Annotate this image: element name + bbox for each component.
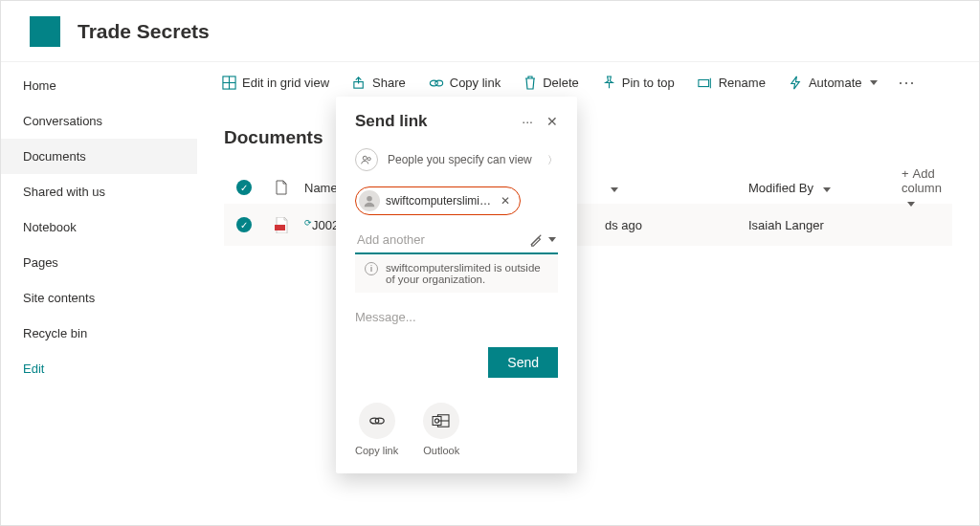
cell-modified-by: Isaiah Langer bbox=[748, 218, 902, 232]
cmd-share[interactable]: Share bbox=[343, 70, 415, 96]
command-bar: Edit in grid view Share Copy link bbox=[197, 62, 979, 104]
chevron-down-icon bbox=[907, 202, 915, 207]
message-input[interactable]: Message... bbox=[355, 310, 558, 324]
pdf-file-icon bbox=[264, 217, 299, 233]
add-recipient-input[interactable] bbox=[355, 227, 529, 252]
chevron-down-icon bbox=[548, 237, 556, 242]
share-icon bbox=[352, 76, 367, 90]
site-tile bbox=[30, 16, 60, 47]
permission-scope[interactable]: People you specify can view 〉 bbox=[355, 148, 558, 171]
nav-shared-with-us[interactable]: Shared with us bbox=[1, 174, 197, 209]
svg-point-10 bbox=[368, 158, 370, 161]
people-icon bbox=[355, 148, 378, 171]
chevron-down-icon bbox=[823, 187, 831, 192]
action-outlook[interactable]: Outlook bbox=[423, 403, 459, 456]
row-selected-icon[interactable]: ✓ bbox=[236, 217, 252, 232]
nav-edit-link[interactable]: Edit bbox=[1, 351, 197, 386]
info-icon: i bbox=[365, 262, 378, 275]
nav-home[interactable]: Home bbox=[1, 68, 197, 103]
person-icon bbox=[359, 190, 380, 211]
left-nav: Home Conversations Documents Shared with… bbox=[1, 62, 197, 525]
cmd-edit-grid-view-label: Edit in grid view bbox=[242, 76, 329, 90]
cmd-pin-label: Pin to top bbox=[622, 76, 675, 90]
send-button[interactable]: Send bbox=[488, 347, 558, 378]
cell-modified: ds ago bbox=[605, 218, 748, 232]
permission-scope-label: People you specify can view bbox=[388, 153, 532, 166]
action-outlook-label: Outlook bbox=[423, 445, 459, 456]
cmd-copy-link-label: Copy link bbox=[450, 76, 501, 90]
table-row[interactable]: ✓ ⟳J00231 ds ago Isaiah Langer bbox=[224, 204, 952, 246]
link-icon bbox=[429, 77, 444, 90]
chevron-down-icon bbox=[870, 80, 878, 85]
link-icon bbox=[359, 403, 395, 439]
col-type-icon bbox=[264, 180, 299, 195]
cmd-share-label: Share bbox=[372, 76, 406, 90]
action-copy-link-label: Copy link bbox=[355, 445, 398, 456]
cmd-automate[interactable]: Automate bbox=[779, 70, 887, 96]
nav-pages[interactable]: Pages bbox=[1, 245, 197, 280]
trash-icon bbox=[523, 76, 537, 90]
outlook-icon bbox=[423, 403, 459, 439]
svg-point-14 bbox=[375, 418, 384, 424]
automate-icon bbox=[789, 76, 803, 90]
cmd-rename[interactable]: Rename bbox=[688, 70, 775, 96]
cmd-automate-label: Automate bbox=[809, 76, 862, 90]
svg-point-11 bbox=[367, 196, 372, 202]
recipient-pill[interactable]: swiftcomputerslimi… ✕ bbox=[355, 186, 521, 215]
recipient-name: swiftcomputerslimi… bbox=[386, 194, 491, 208]
list-header: ✓ Name Modified By +Add column bbox=[224, 171, 952, 204]
action-copy-link[interactable]: Copy link bbox=[355, 403, 398, 456]
new-badge: ⟳ bbox=[304, 218, 312, 228]
col-add-column[interactable]: +Add column bbox=[902, 166, 952, 209]
send-link-dialog: Send link ··· ✕ People you specify can v… bbox=[336, 97, 577, 473]
pin-icon bbox=[602, 76, 616, 90]
cmd-copy-link[interactable]: Copy link bbox=[419, 70, 510, 96]
cmd-edit-grid-view[interactable]: Edit in grid view bbox=[212, 70, 339, 96]
rename-icon bbox=[698, 77, 713, 90]
external-warning-text: swiftcomputerslimited is outside of your… bbox=[386, 262, 548, 285]
remove-recipient[interactable]: ✕ bbox=[497, 194, 514, 208]
cmd-rename-label: Rename bbox=[719, 76, 766, 90]
pencil-off-icon bbox=[529, 233, 543, 247]
svg-rect-6 bbox=[699, 79, 709, 86]
cmd-delete-label: Delete bbox=[543, 76, 579, 90]
grid-icon bbox=[222, 76, 236, 90]
chevron-down-icon bbox=[611, 187, 618, 192]
library-title: Documents bbox=[224, 127, 952, 148]
site-title: Trade Secrets bbox=[78, 20, 210, 43]
cmd-more[interactable]: ··· bbox=[891, 73, 924, 93]
dialog-more[interactable]: ··· bbox=[522, 114, 533, 129]
cmd-pin-to-top[interactable]: Pin to top bbox=[592, 70, 684, 96]
chevron-right-icon: 〉 bbox=[547, 153, 558, 167]
col-modified-by[interactable]: Modified By bbox=[748, 181, 902, 195]
recipient-permission-picker[interactable] bbox=[529, 233, 558, 247]
nav-documents[interactable]: Documents bbox=[1, 139, 197, 174]
dialog-title: Send link bbox=[355, 112, 428, 131]
external-warning: i swiftcomputerslimited is outside of yo… bbox=[355, 254, 558, 293]
col-modified[interactable] bbox=[605, 181, 748, 195]
site-header: Trade Secrets bbox=[1, 1, 979, 62]
cmd-delete[interactable]: Delete bbox=[514, 70, 589, 96]
dialog-close[interactable]: ✕ bbox=[546, 114, 558, 129]
nav-notebook[interactable]: Notebook bbox=[1, 209, 197, 245]
svg-rect-8 bbox=[275, 225, 285, 230]
svg-point-5 bbox=[434, 80, 442, 86]
nav-recycle-bin[interactable]: Recycle bin bbox=[1, 316, 197, 351]
nav-conversations[interactable]: Conversations bbox=[1, 103, 197, 139]
nav-site-contents[interactable]: Site contents bbox=[1, 280, 197, 316]
select-all[interactable]: ✓ bbox=[224, 180, 264, 195]
svg-point-9 bbox=[363, 156, 367, 160]
